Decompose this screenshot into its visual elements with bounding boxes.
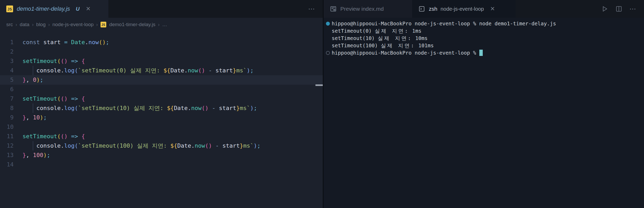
code-line-content: setTimeout(() => { (23, 95, 85, 102)
line-number: 5 (0, 75, 14, 85)
code-line-content: console.log(`setTimeout(100) 실제 지연: ${Da… (23, 142, 260, 149)
code-line-content: }, 10); (23, 114, 47, 121)
code-line-3[interactable]: 3setTimeout(() => { (0, 56, 323, 66)
left-tab-bar: JS demo1-timer-delay.js U ✕ ⋯ (0, 0, 323, 18)
line-number: 4 (0, 66, 14, 75)
code-line-7[interactable]: 7setTimeout(() => { (0, 94, 323, 103)
close-tab-icon[interactable]: ✕ (86, 5, 91, 12)
code-editor[interactable]: 1const start = Date.now();23setTimeout((… (0, 31, 323, 208)
code-line-content: setTimeout(() => { (23, 58, 85, 64)
code-line-content: setTimeout(() => { (23, 133, 85, 140)
tab-bar-spacer (108, 0, 308, 18)
chevron-right-icon: › (158, 22, 160, 27)
breadcrumb-item-data[interactable]: data (20, 22, 29, 27)
line-number: 11 (0, 132, 14, 141)
vscode-workbench: JS demo1-timer-delay.js U ✕ ⋯ src›data›b… (0, 0, 644, 208)
terminal-shell-label: zsh (429, 6, 437, 12)
chevron-right-icon: › (48, 22, 50, 27)
code-line-1[interactable]: 1const start = Date.now(); (0, 38, 323, 47)
code-line-content: console.log(`setTimeout(0) 실제 지연: ${Date… (23, 67, 254, 74)
close-tab-icon[interactable]: ✕ (490, 5, 495, 12)
line-number: 14 (0, 160, 14, 169)
line-number: 9 (0, 113, 14, 122)
more-actions-icon[interactable]: ⋯ (308, 5, 315, 13)
code-line-14[interactable]: 14 (0, 160, 323, 169)
indent-guide (33, 141, 33, 151)
markdown-preview-icon (330, 5, 337, 12)
line-number: 2 (0, 47, 14, 56)
git-untracked-badge: U (76, 6, 79, 12)
indent-guide (33, 66, 33, 75)
terminal-cursor (479, 50, 483, 56)
more-actions-icon[interactable]: ⋯ (629, 5, 637, 13)
code-line-13[interactable]: 13}, 100); (0, 151, 323, 160)
js-file-icon: JS (101, 22, 106, 27)
line-number: 10 (0, 122, 14, 132)
breadcrumb-item-node-js-event-loop[interactable]: node-js-event-loop (52, 22, 93, 27)
line-number: 7 (0, 94, 14, 103)
code-line-2[interactable]: 2 (0, 47, 323, 56)
tab-label: Preview index.md (340, 6, 384, 12)
terminal-line-1: hippoo@hippooui-MacBookPro node-js-event… (324, 20, 644, 27)
chevron-right-icon: › (15, 22, 17, 27)
code-line-11[interactable]: 11setTimeout(() => { (0, 132, 323, 141)
line-number: 13 (0, 151, 14, 160)
tab-demo1-timer-delay-js[interactable]: JS demo1-timer-delay.js U ✕ (0, 0, 108, 18)
code-line-9[interactable]: 9}, 10); (0, 113, 323, 122)
code-line-content: }, 100); (23, 152, 50, 158)
split-editor-icon[interactable] (615, 5, 623, 13)
tab-bar-spacer (516, 0, 601, 18)
command-success-decoration (326, 22, 330, 26)
js-file-icon: JS (6, 5, 13, 12)
breadcrumb-item-src[interactable]: src (6, 22, 13, 27)
line-number: 1 (0, 38, 14, 47)
code-line-8[interactable]: 8 console.log(`setTimeout(10) 실제 지연: ${D… (0, 103, 323, 113)
breadcrumb-item-file[interactable]: demo1-timer-delay.js (109, 22, 156, 27)
command-pending-decoration (326, 51, 330, 55)
code-line-4[interactable]: 4 console.log(`setTimeout(0) 실제 지연: ${Da… (0, 66, 323, 75)
breadcrumb: src›data›blog›node-js-event-loop›JSdemo1… (0, 18, 323, 31)
breadcrumb-item-blog[interactable]: blog (36, 22, 46, 27)
tab-filename: demo1-timer-delay.js (17, 5, 70, 12)
run-code-icon[interactable] (601, 5, 608, 13)
terminal-line-5: hippoo@hippooui-MacBookPro node-js-event… (324, 49, 644, 57)
code-line-content: const start = Date.now(); (23, 39, 109, 45)
line-number: 6 (0, 85, 14, 94)
terminal-panel[interactable]: hippoo@hippooui-MacBookPro node-js-event… (324, 18, 644, 208)
editor-group-right: Preview index.md zsh node-js-event-loop … (323, 0, 644, 208)
code-line-10[interactable]: 10 (0, 122, 323, 132)
tab-terminal-zsh[interactable]: zsh node-js-event-loop ✕ (412, 0, 516, 18)
right-tab-bar: Preview index.md zsh node-js-event-loop … (324, 0, 644, 18)
tab-preview-index-md[interactable]: Preview index.md (324, 0, 412, 18)
line-number: 8 (0, 103, 14, 113)
terminal-icon (418, 5, 425, 12)
line-number: 12 (0, 141, 14, 151)
terminal-line-2: setTimeout(0) 실제 지연: 1ms (324, 27, 644, 35)
line-number: 3 (0, 56, 14, 66)
code-line-content: console.log(`setTimeout(10) 실제 지연: ${Dat… (23, 105, 257, 111)
left-editor-actions: ⋯ (308, 0, 323, 18)
terminal-cwd-label: node-js-event-loop (441, 6, 484, 12)
code-line-6[interactable]: 6 (0, 85, 323, 94)
code-line-12[interactable]: 12 console.log(`setTimeout(100) 실제 지연: $… (0, 141, 323, 151)
indent-guide (33, 103, 33, 113)
right-editor-actions: ⋯ (601, 0, 644, 18)
chevron-right-icon: › (32, 22, 34, 27)
chevron-right-icon: › (96, 22, 98, 27)
breadcrumb-overflow[interactable]: … (162, 22, 167, 27)
editor-group-left: JS demo1-timer-delay.js U ✕ ⋯ src›data›b… (0, 0, 323, 208)
code-line-content: }, 0); (23, 77, 43, 83)
terminal-line-3: setTimeout(10) 실제 지연: 10ms (324, 35, 644, 42)
code-line-5[interactable]: 5}, 0); (0, 75, 323, 85)
terminal-line-4: setTimeout(100) 실제 지연: 101ms (324, 42, 644, 49)
overview-ruler-marker (315, 84, 323, 86)
